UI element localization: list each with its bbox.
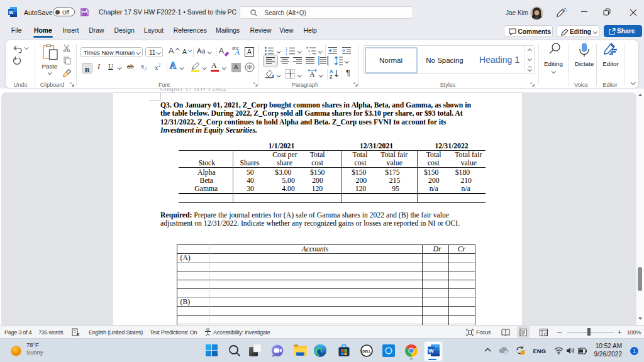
svg-text:A: A <box>309 70 315 79</box>
svg-text:i: i <box>309 53 310 55</box>
svg-text:3: 3 <box>286 53 287 55</box>
svg-text:DELL: DELL <box>362 349 371 353</box>
svg-text:W: W <box>9 9 14 15</box>
svg-text:W: W <box>428 347 434 354</box>
svg-text:Z: Z <box>330 74 333 79</box>
